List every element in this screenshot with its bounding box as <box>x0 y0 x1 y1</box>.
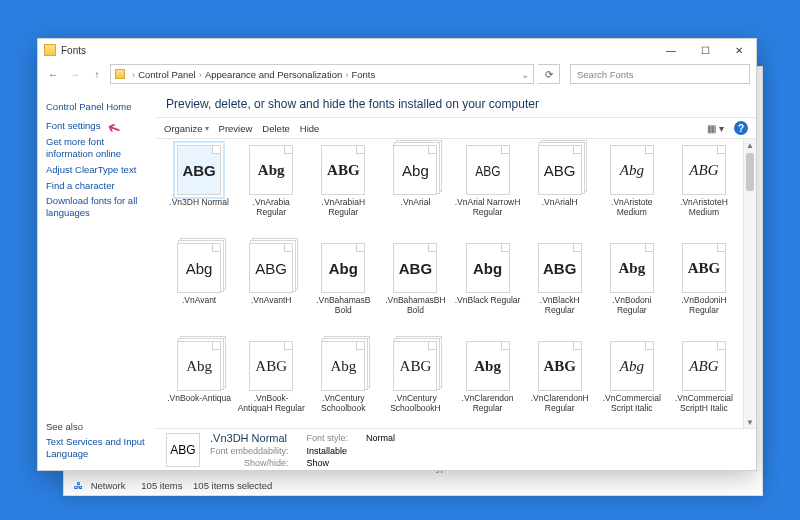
up-button[interactable]: ↑ <box>88 65 106 83</box>
organize-menu[interactable]: Organize▾ <box>164 123 209 134</box>
nav-row: ← → ↑ › Control Panel › Appearance and P… <box>38 61 756 87</box>
font-label: .VnAristoteH Medium <box>669 198 739 218</box>
maximize-button[interactable]: ☐ <box>688 39 722 61</box>
font-item[interactable]: ABG.VnCommercial ScriptH Italic <box>669 341 739 428</box>
font-label: .VnAvant <box>181 296 217 306</box>
font-sample: Abg <box>620 359 644 374</box>
font-thumbnail: Abg <box>177 243 221 293</box>
font-sample: ABG <box>688 261 721 276</box>
font-item[interactable]: Abg.VnBook-Antiqua <box>164 341 234 428</box>
font-label: .VnAristote Medium <box>597 198 667 218</box>
font-item[interactable]: ABG.VnBahamasBH Bold <box>380 243 450 337</box>
view-icon[interactable]: ▦ ▾ <box>707 123 724 134</box>
scroll-thumb[interactable] <box>746 153 754 191</box>
preview-button[interactable]: Preview <box>219 123 253 134</box>
font-item[interactable]: Abg.VnCentury Schoolbook <box>308 341 378 428</box>
font-item[interactable]: ABG.VnClarendonH Regular <box>525 341 595 428</box>
font-item[interactable]: Abg.VnArabia Regular <box>236 145 306 239</box>
font-item[interactable]: Abg.VnArial <box>380 145 450 239</box>
font-item[interactable]: ABG.VnBook-AntiquaH Regular <box>236 341 306 428</box>
see-also-heading: See also <box>46 421 148 432</box>
back-button[interactable]: ← <box>44 65 62 83</box>
scroll-up-icon[interactable]: ▲ <box>744 139 756 151</box>
refresh-button[interactable]: ⟳ <box>538 64 560 84</box>
hide-button[interactable]: Hide <box>300 123 320 134</box>
font-thumbnail: Abg <box>321 243 365 293</box>
font-label: .VnBook-Antiqua <box>166 394 232 404</box>
font-label: .VnBook-AntiquaH Regular <box>236 394 306 414</box>
font-item[interactable]: ABG.VnCentury SchoolbookH <box>380 341 450 428</box>
font-sample: ABG <box>689 163 718 178</box>
window-title: Fonts <box>61 45 86 56</box>
sidebar-link-download[interactable]: Download fonts for all languages <box>46 195 148 219</box>
search-input[interactable] <box>575 68 745 81</box>
font-item[interactable]: Abg.VnClarendon Regular <box>453 341 523 428</box>
font-item[interactable]: Abg.VnBahamasB Bold <box>308 243 378 337</box>
font-sample: Abg <box>620 163 644 178</box>
search-box[interactable] <box>570 64 750 84</box>
font-item[interactable]: ABG.VnArabiaH Regular <box>308 145 378 239</box>
font-item[interactable]: ABG.VnAvantH <box>236 243 306 337</box>
font-item[interactable]: ABG.VnArialH <box>525 145 595 239</box>
font-item[interactable]: ABG.VnAristoteH Medium <box>669 145 739 239</box>
details-showhide-value: Show <box>307 458 349 468</box>
titlebar[interactable]: Fonts — ☐ ✕ <box>38 39 756 61</box>
font-sample: Abg <box>186 359 212 374</box>
breadcrumb-sep: › <box>132 69 135 80</box>
delete-button[interactable]: Delete <box>262 123 289 134</box>
font-label: .VnBahamasBH Bold <box>380 296 450 316</box>
sidebar-link-seealso[interactable]: Text Services and Input Language <box>46 436 148 460</box>
font-label: .VnClarendon Regular <box>453 394 523 414</box>
font-item[interactable]: Abg.VnAristote Medium <box>597 145 667 239</box>
font-label: .VnBodoniH Regular <box>669 296 739 316</box>
font-sample: Abg <box>473 261 502 276</box>
font-label: .VnArialH <box>541 198 579 208</box>
forward-button[interactable]: → <box>66 65 84 83</box>
font-label: .VnClarendonH Regular <box>525 394 595 414</box>
font-sample: ABG <box>689 359 718 374</box>
font-thumbnail: Abg <box>610 145 654 195</box>
help-button[interactable]: ? <box>734 121 748 135</box>
font-item[interactable]: ABG.VnBodoniH Regular <box>669 243 739 337</box>
minimize-button[interactable]: — <box>654 39 688 61</box>
font-label: .VnCommercial Script Italic <box>597 394 667 414</box>
main-pane: Preview, delete, or show and hide the fo… <box>156 87 756 470</box>
font-label: .VnBahamasB Bold <box>308 296 378 316</box>
font-thumbnail: ABG <box>249 341 293 391</box>
font-item[interactable]: ABG.Vn3DH Normal <box>164 145 234 239</box>
font-label: .VnAvantH <box>250 296 292 306</box>
font-item[interactable]: Abg.VnBodoni Regular <box>597 243 667 337</box>
details-style-label: Font style: <box>307 433 349 443</box>
font-item[interactable]: ABG.VnArial NarrowH Regular <box>453 145 523 239</box>
sidebar-link-character[interactable]: Find a character <box>46 180 148 192</box>
details-showhide-label: Show/hide: <box>210 458 289 468</box>
font-item[interactable]: ABG.VnBlackH Regular <box>525 243 595 337</box>
font-sample: ABG <box>182 163 215 178</box>
font-sample: Abg <box>474 359 501 374</box>
font-thumbnail: Abg <box>466 243 510 293</box>
breadcrumb-part[interactable]: Control Panel <box>138 69 196 80</box>
scroll-down-icon[interactable]: ▼ <box>744 416 756 428</box>
font-item[interactable]: Abg.VnCommercial Script Italic <box>597 341 667 428</box>
breadcrumb[interactable]: › Control Panel › Appearance and Persona… <box>110 64 534 84</box>
page-title: Preview, delete, or show and hide the fo… <box>156 87 756 117</box>
font-thumbnail: ABG <box>682 341 726 391</box>
font-label: .VnArial NarrowH Regular <box>453 198 523 218</box>
font-sample: ABG <box>544 163 576 178</box>
control-panel-home-link[interactable]: Control Panel Home <box>46 101 148 112</box>
font-label: .VnCentury SchoolbookH <box>380 394 450 414</box>
font-sample: ABG <box>327 163 360 178</box>
close-button[interactable]: ✕ <box>722 39 756 61</box>
scrollbar[interactable]: ▲ ▼ <box>743 139 756 428</box>
font-item[interactable]: Abg.VnAvant <box>164 243 234 337</box>
breadcrumb-part[interactable]: Appearance and Personalization <box>205 69 342 80</box>
font-label: .VnCommercial ScriptH Italic <box>669 394 739 414</box>
breadcrumb-part[interactable]: Fonts <box>351 69 375 80</box>
font-grid: ABG.Vn3DH NormalAbg.VnArabia RegularABG.… <box>156 139 743 428</box>
sidebar-link-cleartype[interactable]: Adjust ClearType text <box>46 164 148 176</box>
font-item[interactable]: Abg.VnBlack Regular <box>453 243 523 337</box>
sidebar-link-font-settings[interactable]: Font settings <box>46 120 148 132</box>
chevron-down-icon[interactable]: ⌄ <box>521 69 529 80</box>
font-label: .VnBlack Regular <box>454 296 522 306</box>
sidebar-link-more-info[interactable]: Get more font information online <box>46 136 148 160</box>
